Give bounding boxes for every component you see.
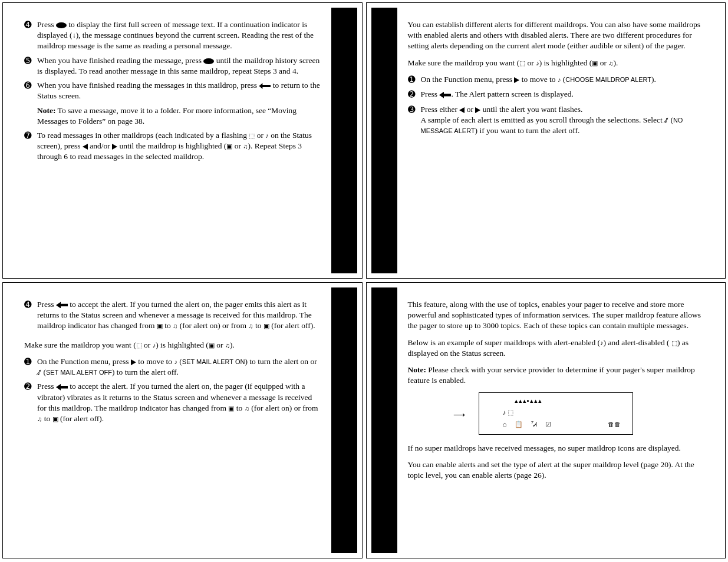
step-2: ➋ Press to accept the alert. If you turn…: [24, 381, 321, 424]
read-button-icon: [203, 58, 214, 64]
bullet-3: ➌: [408, 104, 421, 137]
step-5: ➎ When you have finished reading the mes…: [24, 55, 321, 77]
set-on-label: SET MAIL ALERT ON: [182, 358, 245, 365]
step-1: ➊ On the Function menu, press to move to…: [408, 74, 704, 86]
note-block: Note: Please check with your service pro…: [408, 365, 704, 386]
step-4-text: Press to display the first full screen o…: [37, 19, 321, 52]
left-arrow-icon: [83, 144, 88, 150]
step-3-text: Press either or until the alert you want…: [421, 104, 704, 137]
select-button-icon: [439, 92, 451, 98]
note-icon: ♪: [265, 132, 269, 139]
maildrop-icon: ▣: [52, 415, 58, 422]
back-button-icon: [259, 83, 271, 89]
maildrop-icon: ⬚: [136, 342, 142, 349]
note-hl-icon: ♫: [225, 342, 230, 349]
no-icons-para: If no super maildrops have received mess…: [408, 443, 704, 454]
page-bottom-right: This feature, along with the use of topi…: [366, 282, 726, 558]
left-arrow-icon: [459, 107, 465, 113]
right-arrow-icon: [131, 359, 136, 365]
bullet-4: ➍: [24, 19, 37, 52]
note-hl-icon: ♫: [37, 415, 42, 422]
maildrop-icon: ▣: [228, 405, 234, 412]
lcd-note-icon: ♪: [503, 409, 506, 416]
note-icon: ♪: [600, 339, 604, 346]
step-6-text: When you have finished reading the messa…: [37, 80, 321, 101]
step-7-text: To read messages in other maildrops (eac…: [37, 130, 321, 163]
bullet-2: ➋: [408, 89, 421, 101]
select-button-icon: [56, 302, 68, 308]
maildrop-hl-icon: ▣: [592, 59, 598, 67]
lcd-home-icon: ⌂: [503, 420, 507, 429]
step-4: ➍ Press to display the first full screen…: [24, 19, 321, 52]
right-arrow-icon: [112, 144, 117, 150]
lcd-function-row: ⌂ 📋 ⁷Ꮧ ☑ 🗑🗑: [503, 420, 621, 429]
lcd-screen: ⟶ ▴▴▴▪▴▴▴ ♪ ⬚ ⌂ 📋 ⁷Ꮧ ☑ 🗑🗑: [479, 392, 633, 435]
black-tab: [371, 287, 397, 553]
set-off-label: SET MAIL ALERT OFF: [46, 369, 112, 376]
choose-maildrop-label: CHOOSE MAILDROP ALERT: [565, 76, 651, 83]
step-5-text: When you have finished reading the messa…: [37, 55, 321, 77]
maildrop-icon: ▣: [263, 323, 269, 330]
note-hl-icon: ♫: [243, 143, 248, 150]
maildrop-icon: ⬚: [249, 132, 255, 139]
lcd-maildrop-row: ♪ ⬚: [503, 408, 514, 417]
down-arrow-icon: ↓: [73, 31, 76, 39]
bullet-6: ➏: [24, 80, 37, 101]
bullet-2: ➋: [24, 381, 37, 424]
lcd-clipboard-icon: 📋: [515, 420, 523, 429]
step-4-text: Press to accept the alert. If you turned…: [37, 299, 321, 332]
maildrop-icon: ⬚: [519, 59, 525, 67]
lcd-digit-icon: ⁷Ꮧ: [531, 420, 537, 429]
bullet-4: ➍: [24, 299, 37, 332]
bullet-1: ➊: [24, 356, 37, 378]
right-arrow-icon: [475, 107, 480, 113]
intro-para: This feature, along with the use of topi…: [408, 299, 704, 332]
mute-icon: ♪̸: [664, 117, 668, 124]
select-button-icon: [56, 384, 68, 391]
note-icon: ♪: [536, 59, 539, 67]
maildrop-hl-icon: ▣: [209, 342, 215, 349]
note-hl-icon: ♫: [173, 323, 177, 330]
maildrop-icon: ▣: [157, 323, 163, 330]
step-1: ➊ On the Function menu, press to move to…: [24, 356, 321, 378]
step-7: ➐ To read messages in other maildrops (e…: [24, 130, 321, 163]
note-hl-icon: ♫: [245, 405, 249, 412]
black-tab: [331, 8, 357, 273]
note-icon: ♪: [558, 76, 561, 83]
mute-icon: ♪̸: [37, 369, 41, 376]
read-button-icon: [56, 22, 67, 28]
page-top-right: You can establish different alerts for d…: [366, 2, 726, 279]
lcd-signal-row: ▴▴▴▪▴▴▴: [515, 396, 542, 405]
black-tab: [371, 8, 397, 273]
note-label: Note:: [408, 365, 426, 374]
step-4: ➍ Press to accept the alert. If you turn…: [24, 299, 321, 332]
document-spread: ➍ Press to display the first full screen…: [2, 2, 726, 558]
pointer-arrow-icon: ⟶: [453, 409, 465, 421]
precondition: Make sure the maildrop you want (⬚ or ♪)…: [408, 58, 704, 68]
lcd-check-icon: ☑: [545, 420, 551, 429]
bullet-7: ➐: [24, 130, 37, 163]
black-tab: [331, 287, 357, 553]
lcd-box-icon: ⬚: [508, 409, 513, 416]
step-2-text: Press . The Alert pattern screen is disp…: [421, 89, 704, 101]
lcd-trash-icon: 🗑🗑: [608, 420, 621, 429]
note-icon: ♪: [174, 358, 177, 365]
example-para: Below is an example of super maildrops w…: [408, 338, 704, 359]
note-hl-icon: ♫: [608, 59, 613, 67]
note-block: Note: To save a message, move it to a fo…: [37, 105, 321, 127]
note-icon: ♪: [153, 342, 156, 349]
note-label: Note:: [37, 106, 55, 115]
no-msg-alert-label: NO MESSAGE ALERT: [421, 117, 683, 134]
bullet-5: ➎: [24, 55, 37, 77]
step-6: ➏ When you have finished reading the mes…: [24, 80, 321, 101]
step-3: ➌ Press either or until the alert you wa…: [408, 104, 704, 137]
precondition: Make sure the maildrop you want (⬚ or ♪)…: [24, 340, 321, 351]
bullet-1: ➊: [408, 74, 421, 86]
step-1-text: On the Function menu, press to move to ♪…: [37, 356, 321, 378]
step-1-text: On the Function menu, press to move to ♪…: [421, 74, 704, 86]
maildrop-hl-icon: ▣: [226, 143, 232, 150]
step-2-text: Press to accept the alert. If you turned…: [37, 381, 321, 424]
intro-para: You can establish different alerts for d…: [408, 19, 704, 52]
page-top-left: ➍ Press to display the first full screen…: [2, 2, 363, 279]
step-2: ➋ Press . The Alert pattern screen is di…: [408, 89, 704, 101]
